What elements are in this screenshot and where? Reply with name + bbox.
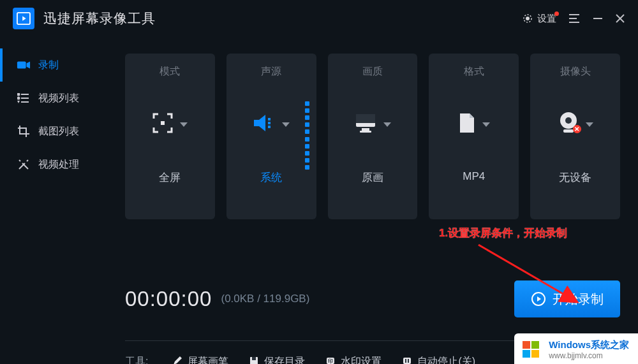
card-value: 全屏 (159, 170, 181, 185)
watermark-badge: Windows系统之家 www.bjjmlv.com (514, 333, 638, 364)
card-title: 模式 (160, 65, 180, 78)
card-camera[interactable]: 摄像头 ✕ 无设备 (530, 54, 620, 219)
svg-rect-18 (161, 121, 165, 125)
card-value: MP4 (463, 170, 485, 183)
caret-down-icon (586, 122, 593, 127)
sidebar-item-label: 截图列表 (38, 125, 79, 138)
svg-rect-43 (523, 350, 530, 358)
svg-rect-35 (252, 357, 256, 360)
tool-save-dir[interactable]: 保存目录 (249, 355, 305, 364)
svg-rect-20 (268, 118, 271, 120)
sidebar-item-label: 录制 (38, 59, 59, 72)
card-value: 原画 (362, 170, 383, 185)
tool-watermark[interactable]: 印 水印设置 (325, 355, 382, 364)
settings-button[interactable]: 设置 (522, 13, 556, 25)
stamp-icon: 印 (325, 356, 336, 365)
watermark-title: Windows系统之家 (549, 339, 629, 351)
sidebar-item-screenshot-list[interactable]: 截图列表 (0, 115, 108, 148)
caret-down-icon (482, 122, 490, 127)
pen-icon (172, 356, 182, 365)
notification-dot (554, 11, 559, 16)
svg-rect-38 (403, 358, 411, 364)
svg-rect-10 (17, 62, 26, 69)
annotation-text: 1.设置录屏条件，开始录制 (439, 226, 567, 240)
tool-auto-stop[interactable]: 自动停止(关) (402, 355, 475, 364)
sidebar-item-label: 视频列表 (38, 92, 79, 105)
svg-rect-24 (356, 114, 375, 123)
pause-icon (402, 356, 412, 365)
svg-rect-41 (523, 341, 530, 349)
sidebar-item-record[interactable]: 录制 (0, 48, 108, 82)
card-value: 系统 (260, 170, 282, 185)
svg-rect-29 (563, 129, 574, 133)
svg-rect-22 (268, 126, 271, 128)
svg-point-15 (18, 94, 20, 96)
svg-point-16 (18, 98, 20, 99)
card-format[interactable]: 格式 MP4 (429, 54, 519, 219)
svg-point-28 (565, 117, 572, 124)
svg-marker-19 (254, 115, 265, 131)
card-title: 画质 (362, 65, 383, 78)
close-button[interactable] (615, 13, 625, 24)
speaker-icon (253, 113, 276, 135)
tools-icon (17, 158, 31, 171)
svg-rect-26 (360, 131, 371, 133)
list-icon (17, 93, 31, 103)
app-logo (13, 8, 34, 29)
svg-marker-33 (537, 296, 541, 302)
video-camera-icon (17, 60, 31, 70)
file-icon (458, 112, 476, 136)
card-audio[interactable]: 声源 系统 (226, 54, 316, 219)
svg-marker-1 (22, 16, 26, 20)
card-title: 摄像头 (560, 65, 591, 78)
main-panel: 模式 全屏 声源 系统 (108, 37, 638, 364)
crop-icon (17, 125, 31, 138)
webcam-icon: ✕ (558, 112, 579, 137)
menu-icon[interactable] (568, 13, 581, 24)
monitor-icon (354, 113, 377, 136)
save-icon (249, 356, 259, 365)
svg-marker-11 (27, 62, 31, 69)
svg-text:印: 印 (328, 358, 333, 364)
card-title: 格式 (464, 65, 484, 78)
svg-rect-25 (362, 128, 369, 131)
minimize-button[interactable] (592, 13, 604, 24)
titlebar: 迅捷屏幕录像工具 设置 (0, 0, 638, 37)
svg-rect-44 (531, 350, 539, 358)
volume-indicator (305, 101, 310, 170)
tools-label: 工具: (125, 355, 148, 364)
svg-rect-39 (405, 359, 406, 363)
sidebar-item-label: 视频处理 (38, 158, 79, 171)
sidebar-item-video-process[interactable]: 视频处理 (0, 148, 108, 181)
start-record-button[interactable]: 开始录制 (514, 280, 620, 317)
tool-screen-pen[interactable]: 屏幕画笔 (172, 355, 228, 364)
fullscreen-icon (152, 112, 174, 136)
caret-down-icon (383, 122, 391, 127)
card-mode[interactable]: 模式 全屏 (125, 54, 215, 219)
caret-down-icon (282, 122, 290, 127)
caret-down-icon (180, 122, 188, 127)
card-value: 无设备 (559, 170, 591, 185)
svg-rect-42 (531, 341, 539, 349)
sidebar-item-video-list[interactable]: 视频列表 (0, 82, 108, 115)
size-info: (0.0KB / 119.9GB) (221, 293, 309, 305)
app-title: 迅捷屏幕录像工具 (43, 10, 156, 27)
svg-rect-21 (268, 122, 271, 124)
windows-logo-icon (521, 339, 542, 360)
svg-marker-17 (17, 101, 20, 103)
sidebar: 录制 视频列表 截图列表 视频处理 (0, 37, 108, 364)
timer-display: 00:00:00 (125, 287, 212, 311)
card-quality[interactable]: 画质 原画 (328, 54, 418, 219)
card-title: 声源 (261, 65, 281, 78)
watermark-url: www.bjjmlv.com (549, 351, 629, 360)
svg-point-3 (526, 17, 530, 20)
svg-rect-40 (408, 359, 409, 363)
